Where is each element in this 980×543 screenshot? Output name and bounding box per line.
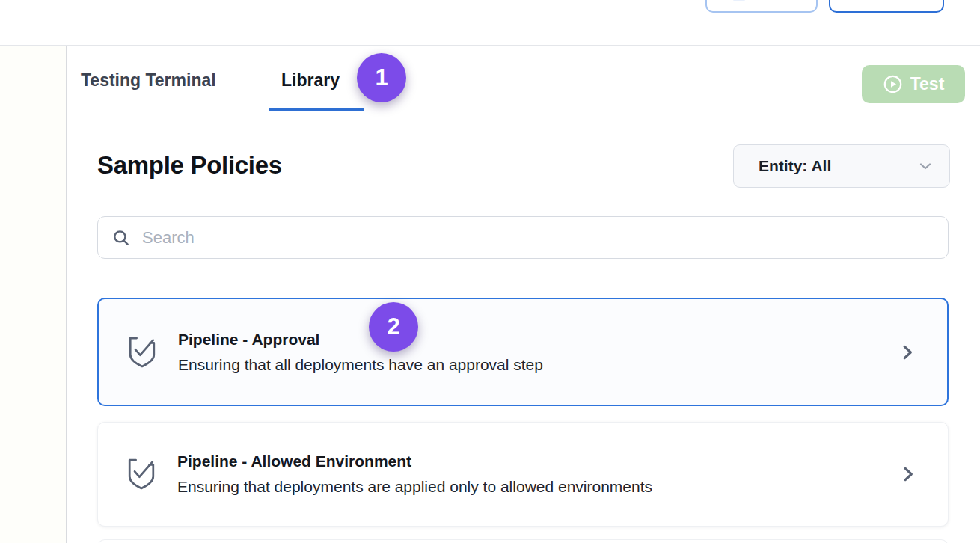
save-button[interactable]: Save	[705, 0, 818, 13]
search-input[interactable]	[142, 228, 934, 248]
policy-card-partial[interactable]	[97, 539, 949, 543]
chevron-down-icon	[916, 157, 934, 175]
chevron-right-icon	[898, 343, 917, 362]
search-icon	[111, 228, 131, 248]
tab-library[interactable]: Library	[281, 70, 340, 90]
play-circle-icon	[883, 74, 903, 94]
save-button-label: Save	[753, 0, 791, 4]
step-annotation-badge-1[interactable]: 1	[357, 53, 406, 102]
policy-card-pipeline-allowed-environment[interactable]: Pipeline - Allowed Environment Ensuring …	[97, 422, 949, 527]
left-sidebar-rail	[0, 46, 67, 543]
page-title: Sample Policies	[97, 151, 282, 180]
policy-description: Ensuring that deployments are applied on…	[177, 478, 878, 496]
policy-title: Pipeline - Approval	[178, 331, 877, 349]
policy-card-pipeline-approval[interactable]: Pipeline - Approval Ensuring that all de…	[97, 298, 949, 406]
search-bar[interactable]	[97, 216, 949, 259]
discard-button[interactable]: Discard	[829, 0, 944, 13]
policy-title: Pipeline - Allowed Environment	[177, 452, 878, 470]
shield-check-icon	[126, 457, 156, 491]
discard-button-label: Discard	[857, 0, 917, 4]
test-button[interactable]: Test	[862, 65, 965, 103]
chevron-right-icon	[898, 464, 918, 484]
shield-check-icon	[127, 335, 157, 369]
active-tab-underline	[269, 108, 364, 111]
upload-icon	[732, 0, 747, 5]
policy-description: Ensuring that all deployments have an ap…	[178, 356, 877, 374]
tab-testing-terminal[interactable]: Testing Terminal	[81, 70, 216, 90]
test-button-label: Test	[910, 74, 945, 94]
entity-filter-dropdown[interactable]: Entity: All	[733, 144, 950, 188]
entity-filter-value: Entity: All	[759, 157, 916, 175]
step-annotation-badge-2[interactable]: 2	[369, 302, 418, 352]
top-header-bar: Save Discard	[0, 0, 980, 46]
main-panel: Testing Terminal Library Test Sample Pol…	[67, 46, 980, 543]
